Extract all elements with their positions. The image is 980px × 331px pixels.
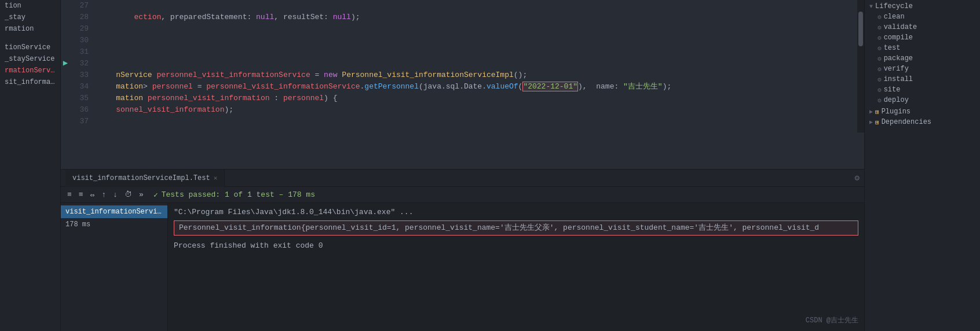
- code-line-31: 31: [61, 46, 857, 58]
- site-label: site: [884, 86, 901, 94]
- code-editor[interactable]: 27 28 ection, preparedStatement: null, r…: [61, 0, 864, 169]
- test-gear-icon: ⚙: [877, 45, 882, 52]
- lifecycle-arrow-icon: ▼: [869, 3, 873, 10]
- verify-label: verify: [884, 65, 909, 73]
- output-content: "C:\Program Files\Java\jdk1.8.0_144\bin\…: [168, 203, 864, 331]
- bottom-panel: visit_informationServiceImpl.Test ✕ ⚙ ≡ …: [61, 169, 864, 331]
- editor-area: 27 28 ection, preparedStatement: null, r…: [61, 0, 864, 331]
- settings-icon[interactable]: ⚙: [855, 173, 860, 183]
- maven-item-compile[interactable]: ⚙ compile: [865, 32, 980, 43]
- code-line-37: 37: [61, 116, 857, 127]
- maven-dependencies-header[interactable]: ▶ ⊞ Dependencies: [865, 117, 980, 127]
- watermark: CSDN @吉士先生: [806, 315, 858, 325]
- code-line-35: 35 mation personnel_visit_information : …: [61, 93, 857, 104]
- check-icon: ✓: [153, 190, 158, 200]
- run-toolbar: ≡ ≡ ⇔ ↑ ↓ ⏱ » ✓ Tests passed: 1 of 1 tes…: [61, 187, 864, 203]
- sidebar-item-rmationservice[interactable]: rmationService: [0, 65, 60, 76]
- code-line-33: 33 nService personnel_visit_informationS…: [61, 69, 857, 81]
- output-text-0: "C:\Program Files\Java\jdk1.8.0_144\bin\…: [174, 208, 413, 216]
- output-text-3: Process finished with exit code 0: [174, 241, 323, 250]
- package-gear-icon: ⚙: [877, 55, 882, 62]
- test-label: test: [884, 44, 901, 52]
- maven-item-site[interactable]: ⚙ site: [865, 84, 980, 95]
- result-line: Personnel_visit_information{personnel_vi…: [174, 220, 858, 236]
- sidebar-item-tionservice[interactable]: tionService: [0, 42, 60, 53]
- toolbar-up-icon[interactable]: ↑: [100, 190, 108, 199]
- deploy-label: deploy: [884, 96, 909, 104]
- code-line-27: 27: [61, 0, 857, 12]
- sidebar-item-informations[interactable]: sit_informationS: [0, 76, 60, 88]
- maven-item-install[interactable]: ⚙ install: [865, 74, 980, 84]
- code-line-29: 29: [61, 23, 857, 35]
- maven-lifecycle-section: ▼ Lifecycle ⚙ clean ⚙ validate ⚙ compile…: [865, 0, 980, 106]
- maven-panel: ▼ Lifecycle ⚙ clean ⚙ validate ⚙ compile…: [864, 0, 980, 331]
- left-sidebar: tion _stay rmation tionService _stayServ…: [0, 0, 61, 331]
- line-content-34: mation> personnel = personnel_visit_info…: [93, 81, 857, 93]
- line-num-28: 28: [70, 12, 93, 23]
- sidebar-item-tion[interactable]: tion: [0, 0, 60, 12]
- sidebar-item-stay[interactable]: _stay: [0, 12, 60, 23]
- output-line-0: "C:\Program Files\Java\jdk1.8.0_144\bin\…: [174, 207, 858, 218]
- toolbar-down-icon[interactable]: ↓: [111, 190, 119, 199]
- vertical-scrollbar[interactable]: [857, 0, 864, 133]
- run-list: visit_informationServiceIm 178 ms 178 ms: [61, 203, 168, 331]
- code-lines: 27 28 ection, preparedStatement: null, r…: [61, 0, 857, 133]
- line-num-32: 32: [70, 58, 93, 69]
- validate-gear-icon: ⚙: [877, 24, 882, 31]
- line-content-35: mation personnel_visit_information : per…: [93, 93, 857, 104]
- maven-item-deploy[interactable]: ⚙ deploy: [865, 95, 980, 105]
- run-output: visit_informationServiceIm 178 ms 178 ms…: [61, 203, 864, 331]
- deploy-gear-icon: ⚙: [877, 97, 882, 104]
- compile-label: compile: [884, 34, 913, 42]
- maven-item-package[interactable]: ⚙ package: [865, 53, 980, 64]
- dependencies-arrow-icon: ▶: [869, 119, 873, 126]
- toolbar-swap-icon[interactable]: ⇔: [89, 190, 97, 200]
- line-content-33: nService personnel_visit_informationServ…: [93, 69, 857, 81]
- code-line-30: 30: [61, 35, 857, 46]
- clean-label: clean: [884, 13, 905, 21]
- maven-lifecycle-header[interactable]: ▼ Lifecycle: [865, 1, 980, 12]
- compile-gear-icon: ⚙: [877, 34, 882, 42]
- sidebar-item-rmation[interactable]: rmation: [0, 23, 60, 35]
- toolbar-sort-icon[interactable]: ≡: [77, 190, 85, 199]
- clean-gear-icon: ⚙: [877, 13, 882, 21]
- run-item-label-1: 178 ms: [65, 220, 90, 229]
- validate-label: validate: [884, 23, 917, 31]
- bottom-tabs: visit_informationServiceImpl.Test ✕ ⚙: [61, 170, 864, 187]
- line-num-33: 33: [70, 69, 93, 81]
- sidebar-item-stayservice[interactable]: _stayService: [0, 53, 60, 65]
- line-content-28: ection, preparedStatement: null, resultS…: [93, 12, 857, 23]
- plugins-label: Plugins: [882, 108, 910, 116]
- maven-item-clean[interactable]: ⚙ clean: [865, 12, 980, 22]
- line-num-36: 36: [70, 104, 93, 116]
- tab-close-icon[interactable]: ✕: [214, 174, 218, 182]
- gutter-32: ▶: [61, 58, 70, 68]
- install-label: install: [884, 75, 913, 83]
- run-icon[interactable]: ▶: [63, 58, 68, 68]
- plugins-arrow-icon: ▶: [869, 108, 873, 115]
- line-num-29: 29: [70, 23, 93, 35]
- result-text: Personnel_visit_information{personnel_vi…: [179, 223, 819, 232]
- plugins-icon: ⊞: [875, 108, 879, 116]
- maven-plugins-header[interactable]: ▶ ⊞ Plugins: [865, 106, 980, 117]
- line-num-27: 27: [70, 0, 93, 12]
- line-num-30: 30: [70, 35, 93, 46]
- run-item-1[interactable]: 178 ms: [61, 218, 167, 231]
- maven-item-test[interactable]: ⚙ test: [865, 43, 980, 53]
- tab-test[interactable]: visit_informationServiceImpl.Test ✕: [65, 170, 225, 187]
- test-status-text: Tests passed: 1 of 1 test – 178 ms: [162, 190, 315, 199]
- dependencies-icon: ⊞: [875, 119, 879, 126]
- package-label: package: [884, 54, 913, 62]
- line-content-36: sonnel_visit_information);: [93, 104, 857, 116]
- maven-item-validate[interactable]: ⚙ validate: [865, 22, 980, 32]
- toolbar-clock-icon[interactable]: ⏱: [123, 190, 134, 199]
- output-line-3: Process finished with exit code 0: [174, 240, 858, 252]
- toolbar-filter-icon[interactable]: ≡: [65, 190, 74, 199]
- run-item-0[interactable]: visit_informationServiceIm 178 ms: [61, 205, 167, 218]
- toolbar-run-btn[interactable]: »: [137, 190, 145, 199]
- line-num-35: 35: [70, 93, 93, 104]
- code-line-28: 28 ection, preparedStatement: null, resu…: [61, 12, 857, 23]
- code-line-32: ▶ 32: [61, 58, 857, 69]
- maven-item-verify[interactable]: ⚙ verify: [865, 64, 980, 74]
- test-result: ✓ Tests passed: 1 of 1 test – 178 ms: [153, 190, 315, 200]
